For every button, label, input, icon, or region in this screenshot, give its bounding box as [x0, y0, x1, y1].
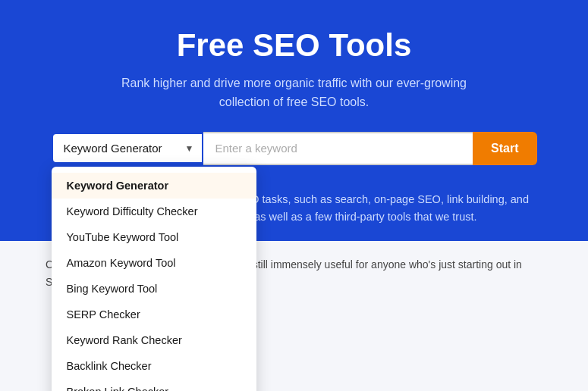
- tool-dropdown[interactable]: Keyword Generator: [52, 133, 203, 164]
- search-bar: Keyword Generator ▼ Keyword GeneratorKey…: [52, 132, 537, 165]
- dropdown-menu: Keyword GeneratorKeyword Difficulty Chec…: [52, 167, 256, 391]
- dropdown-wrapper[interactable]: Keyword Generator ▼ Keyword GeneratorKey…: [52, 133, 203, 164]
- start-button[interactable]: Start: [473, 132, 536, 165]
- dropdown-menu-item[interactable]: Keyword Generator: [52, 173, 256, 199]
- dropdown-menu-item[interactable]: Broken Link Checker: [52, 379, 256, 391]
- main-title: Free SEO Tools: [177, 27, 412, 64]
- dropdown-menu-item[interactable]: SERP Checker: [52, 302, 256, 327]
- page-wrapper: Free SEO Tools Rank higher and drive mor…: [0, 0, 588, 391]
- dropdown-menu-item[interactable]: Keyword Difficulty Checker: [52, 199, 256, 224]
- dropdown-menu-item[interactable]: Bing Keyword Tool: [52, 276, 256, 302]
- dropdown-menu-item[interactable]: Keyword Rank Checker: [52, 327, 256, 353]
- dropdown-menu-item[interactable]: Backlink Checker: [52, 353, 256, 379]
- keyword-input[interactable]: [203, 132, 473, 165]
- dropdown-menu-item[interactable]: Amazon Keyword Tool: [52, 250, 256, 276]
- dropdown-menu-item[interactable]: YouTube Keyword Tool: [52, 224, 256, 250]
- subtitle: Rank higher and drive more organic traff…: [120, 74, 469, 112]
- hero-section: Free SEO Tools Rank higher and drive mor…: [0, 0, 588, 183]
